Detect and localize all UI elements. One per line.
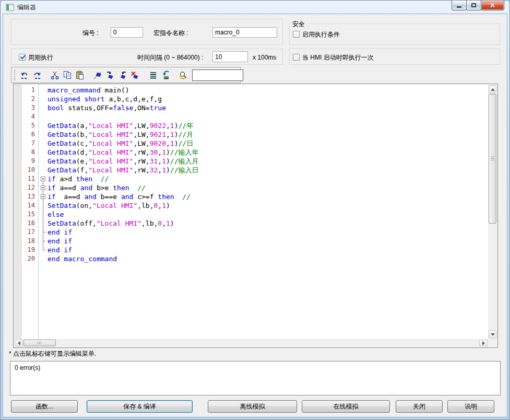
code-line[interactable]: 19end if [14, 246, 488, 254]
paste-icon[interactable] [74, 69, 86, 81]
code-line[interactable]: 13if a==d and b==e and c>=f then // [14, 192, 488, 201]
toggle-bookmark-icon[interactable] [91, 69, 104, 81]
code-line[interactable]: 4 [14, 112, 488, 121]
startup-groupbox: 当 HMI 启动时即执行一次 [289, 49, 500, 65]
line-number: 10 [22, 166, 38, 174]
code-line[interactable]: 15else [14, 210, 488, 219]
code-line[interactable]: 5GetData(a,"Local HMI",LW,9022,1)//年 [14, 121, 488, 130]
code-text: macro_command main() [48, 86, 129, 95]
find-icon[interactable] [177, 69, 189, 81]
code-line[interactable]: 18end if [14, 237, 488, 246]
scroll-left-button[interactable] [15, 340, 23, 346]
online-simulation-button[interactable]: 在线模拟 [302, 400, 390, 413]
code-line[interactable]: 10GetData(f,"Local HMI",rW,32,1)//输入日 [14, 166, 488, 174]
fold-marker[interactable] [38, 174, 48, 183]
line-number: 13 [22, 192, 38, 201]
code-text: GetData(b,"Local HMI",LW,9021,1)//月 [48, 130, 193, 139]
outdent-icon[interactable] [147, 69, 159, 81]
line-number: 4 [22, 112, 38, 121]
line-number: 3 [22, 103, 38, 112]
code-line[interactable]: 11if a>d then // [14, 174, 488, 183]
fold-marker[interactable] [38, 192, 48, 201]
vertical-scroll-thumb[interactable] [489, 94, 496, 224]
close-button[interactable]: ✕ [481, 1, 504, 10]
titlebar[interactable]: 编辑器 ✕ [1, 1, 509, 14]
window-title: 编辑器 [17, 3, 36, 12]
clear-bookmarks-icon[interactable] [129, 69, 141, 81]
code-text: GetData(d,"Local HMI",rW,30,1)//输入年 [48, 148, 198, 157]
undo-icon[interactable] [18, 69, 31, 81]
code-line[interactable]: 2unsigned short a,b,c,d,e,f,g [14, 95, 488, 103]
toolbar-icons [18, 69, 189, 81]
indent-icon[interactable] [159, 69, 172, 81]
code-line[interactable]: 12if a==d and b>e then // [14, 183, 488, 192]
code-line[interactable]: 1macro_command main() [14, 86, 488, 95]
copy-icon[interactable] [61, 69, 74, 81]
macro-name-input[interactable] [212, 27, 277, 38]
code-line[interactable]: 17end if [14, 228, 488, 237]
fold-gutter [38, 254, 48, 263]
line-number: 8 [22, 148, 38, 157]
close-editor-button[interactable]: 关闭 [396, 400, 443, 413]
fold-gutter [38, 157, 48, 166]
code-text: GetData(c,"Local HMI",LW,9020,1)//日 [48, 139, 193, 148]
find-input[interactable] [192, 69, 243, 81]
scroll-right-button[interactable] [479, 340, 488, 346]
hint-text: * 点击鼠标右键可显示编辑菜单. [9, 349, 96, 358]
maximize-button[interactable] [466, 1, 481, 10]
code-area[interactable]: 1macro_command main()2unsigned short a,b… [14, 85, 488, 339]
code-line[interactable]: 3bool status,OFF=false,ON=true [14, 103, 488, 112]
scrollbar-corner [488, 339, 497, 347]
output-console[interactable]: 0 error(s) [10, 361, 501, 395]
fold-gutter [38, 112, 48, 121]
code-line[interactable]: 6GetData(b,"Local HMI",LW,9021,1)//月 [14, 130, 488, 139]
code-line[interactable]: 8GetData(d,"Local HMI",rW,30,1)//输入年 [14, 148, 488, 157]
help-button[interactable]: 说明 [447, 400, 494, 413]
next-bookmark-icon[interactable] [104, 69, 116, 81]
run-on-startup-label: 当 HMI 启动时即执行一次 [302, 52, 374, 63]
interval-unit-label: x 100ms [253, 52, 276, 63]
enable-condition-checkbox[interactable] [293, 31, 300, 38]
run-on-startup-checkbox[interactable] [293, 54, 300, 61]
code-text: if a==d and b>e then // [48, 183, 146, 192]
scroll-down-button[interactable] [489, 330, 496, 339]
line-number: 5 [22, 121, 38, 130]
vertical-scrollbar[interactable] [488, 85, 497, 339]
horizontal-scroll-thumb[interactable] [23, 340, 56, 346]
cut-icon[interactable] [49, 69, 61, 81]
code-lines: 1macro_command main()2unsigned short a,b… [14, 86, 488, 263]
fold-gutter [38, 86, 48, 95]
offline-simulation-button[interactable]: 离线模拟 [208, 400, 297, 413]
fold-marker [38, 219, 48, 228]
horizontal-scrollbar[interactable] [14, 339, 488, 347]
periodic-checkbox[interactable] [19, 54, 26, 61]
code-line[interactable]: 16SetData(off,"Local HMI",lb,0,1) [14, 219, 488, 228]
periodic-groupbox: 周期执行 时间间隔 (0 ~ 864000) : x 100ms [11, 49, 283, 65]
macro-id-label: 编号 : [82, 28, 99, 38]
code-editor: 1macro_command main()2unsigned short a,b… [13, 84, 498, 348]
macro-id-input[interactable] [111, 27, 143, 38]
line-number: 7 [22, 139, 38, 148]
save-compile-button[interactable]: 保存 & 编译 [87, 400, 193, 413]
minimize-button[interactable] [452, 1, 467, 10]
scroll-up-button[interactable] [489, 85, 496, 94]
editor-toolbar [11, 67, 241, 83]
interval-input[interactable] [212, 51, 248, 62]
functions-button[interactable]: 函数... [11, 400, 78, 413]
code-line[interactable]: 20end macro_command [14, 254, 488, 263]
fold-gutter [38, 166, 48, 174]
fold-gutter [38, 139, 48, 148]
fold-gutter [38, 130, 48, 139]
code-line[interactable]: 7GetData(c,"Local HMI",LW,9020,1)//日 [14, 139, 488, 148]
line-number: 2 [22, 95, 38, 103]
code-text: GetData(a,"Local HMI",LW,9022,1)//年 [48, 121, 193, 130]
line-number: 15 [22, 210, 38, 219]
previous-bookmark-icon[interactable] [116, 69, 129, 81]
fold-marker[interactable] [38, 183, 48, 192]
code-text: end if [48, 246, 72, 254]
code-line[interactable]: 14SetData(on,"Local HMI",lb,0,1) [14, 201, 488, 210]
security-group-title: 安全 [291, 20, 306, 29]
redo-icon[interactable] [31, 69, 43, 81]
toolbar-grip[interactable] [14, 70, 15, 80]
code-line[interactable]: 9GetData(e,"Local HMI",rW,31,1)//输入月 [14, 157, 488, 166]
